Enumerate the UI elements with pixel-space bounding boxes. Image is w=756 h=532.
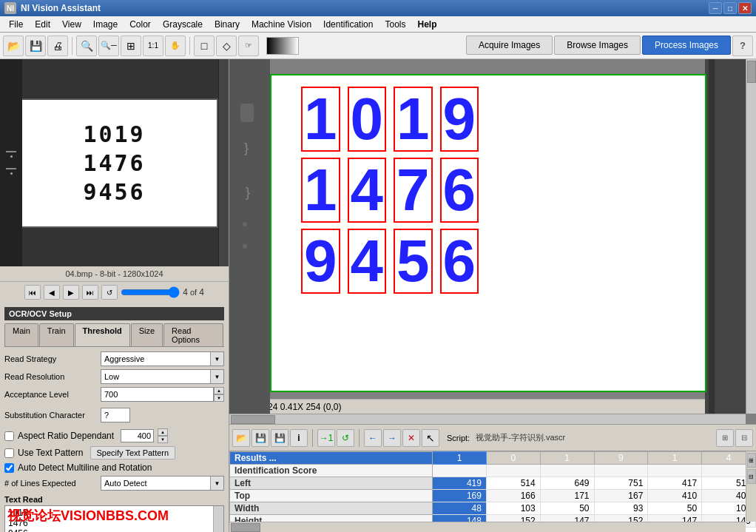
close-button[interactable]: ✕ xyxy=(738,2,752,14)
hand-button[interactable]: ☞ xyxy=(238,36,259,56)
script-saveas-button[interactable]: 💾 xyxy=(271,429,288,447)
lines-expected-label: # of Lines Expected xyxy=(4,479,101,488)
nav-loop-button[interactable]: ↺ xyxy=(101,285,118,300)
script-extra-2[interactable]: ⊟ xyxy=(735,429,753,447)
width-1: 48 xyxy=(433,502,487,515)
canvas-v-scroll-thumb[interactable] xyxy=(747,61,756,83)
tab-read-options[interactable]: Read Options xyxy=(163,323,223,346)
read-resolution-row: Read Resolution Low ▼ xyxy=(4,369,224,384)
read-resolution-select[interactable]: Low ▼ xyxy=(101,369,224,384)
ocr-title: OCR/OCV Setup xyxy=(4,307,224,320)
menu-help[interactable]: Help xyxy=(412,17,443,32)
menu-file[interactable]: File xyxy=(3,17,29,32)
top-3: 171 xyxy=(540,490,594,502)
tab-threshold[interactable]: Threshold xyxy=(75,323,130,346)
tab-main[interactable]: Main xyxy=(4,323,38,346)
canvas-v-scroll[interactable] xyxy=(746,59,756,414)
results-collapse-btn[interactable]: ⊞ xyxy=(747,453,756,468)
minimize-button[interactable]: ─ xyxy=(709,2,722,14)
specify-text-pattern-button[interactable]: Specify Text Pattern xyxy=(90,446,176,459)
pan-button[interactable]: ✋ xyxy=(165,36,186,56)
read-strategy-row: Read Strategy Aggressive ▼ xyxy=(4,351,224,366)
script-info-button[interactable]: i xyxy=(290,429,308,447)
aspect-ratio-down[interactable]: ▼ xyxy=(158,436,168,443)
save-button[interactable]: 💾 xyxy=(25,36,46,56)
results-h-scroll-thumb[interactable] xyxy=(231,523,260,532)
nav-first-button[interactable]: ⏮ xyxy=(24,285,41,300)
frame-slider[interactable] xyxy=(121,286,180,298)
acceptance-level-up[interactable]: ▲ xyxy=(214,387,224,394)
lines-expected-select[interactable]: Auto Detect ▼ xyxy=(101,476,224,491)
script-sep-2 xyxy=(359,429,360,447)
menu-machine-vision[interactable]: Machine Vision xyxy=(246,17,317,32)
use-text-pattern-checkbox[interactable] xyxy=(4,448,14,458)
id-score-2 xyxy=(486,465,540,477)
script-open-button[interactable]: 📂 xyxy=(232,429,250,447)
results-expand-btn[interactable]: ⊟ xyxy=(747,469,756,484)
image-info: 04.bmp - 8-bit - 1280x1024 xyxy=(0,266,229,282)
acceptance-level-row: Acceptance Level ▲ ▼ xyxy=(4,387,224,402)
zoom-1x-button[interactable]: 1:1 xyxy=(143,36,163,56)
read-strategy-arrow[interactable]: ▼ xyxy=(210,351,223,366)
read-strategy-select[interactable]: Aggressive ▼ xyxy=(101,351,224,366)
use-text-pattern-row: Use Text Pattern Specify Text Pattern xyxy=(4,446,224,459)
polygon-button[interactable]: ◇ xyxy=(216,36,237,56)
menu-tools[interactable]: Tools xyxy=(379,17,411,32)
canvas-status-bar: 1280x1024 0.41X 254 (0,0) xyxy=(229,399,746,414)
script-delete-button[interactable]: ✕ xyxy=(402,429,420,447)
aspect-ratio-up[interactable]: ▲ xyxy=(158,428,168,436)
script-extra-1[interactable]: ⊞ xyxy=(716,429,734,447)
results-h-scroll[interactable] xyxy=(229,522,746,532)
tab-train[interactable]: Train xyxy=(39,323,74,346)
script-save-button[interactable]: 💾 xyxy=(252,429,269,447)
menu-edit[interactable]: Edit xyxy=(29,17,56,32)
left-3: 649 xyxy=(540,477,594,490)
acceptance-level-down[interactable]: ▼ xyxy=(214,394,224,402)
substitution-char-input[interactable] xyxy=(101,408,130,422)
browse-button[interactable]: Browse Images xyxy=(554,36,641,55)
menu-color[interactable]: Color xyxy=(124,17,157,32)
nav-prev-button[interactable]: ◀ xyxy=(44,285,60,300)
print-button[interactable]: 🖨 xyxy=(47,36,68,56)
select-button[interactable]: □ xyxy=(194,36,215,56)
canvas-h-scroll-thumb[interactable] xyxy=(231,415,275,424)
canvas-h-scroll[interactable] xyxy=(229,414,746,424)
aspect-ratio-dependant-checkbox[interactable] xyxy=(4,431,14,441)
zoom-out-button[interactable]: 🔍─ xyxy=(98,36,119,56)
zoom-in-button[interactable]: 🔍 xyxy=(76,36,97,56)
top-4: 167 xyxy=(594,490,648,502)
tab-size[interactable]: Size xyxy=(131,323,163,346)
help-button[interactable]: ? xyxy=(732,36,753,56)
script-back-button[interactable]: ← xyxy=(364,429,382,447)
process-button[interactable]: Process Images xyxy=(642,36,731,55)
toolbar-sep-2 xyxy=(189,37,190,55)
acquire-button[interactable]: Acquire Images xyxy=(466,36,553,55)
menu-identification[interactable]: Identification xyxy=(317,17,379,32)
script-refresh-button[interactable]: ↺ xyxy=(337,429,354,447)
lines-expected-value: Auto Detect xyxy=(101,479,210,488)
aspect-ratio-value[interactable] xyxy=(121,429,154,442)
script-cursor-button[interactable]: ↖ xyxy=(422,429,439,447)
menu-grayscale[interactable]: Grayscale xyxy=(157,17,209,32)
menu-view[interactable]: View xyxy=(56,17,87,32)
nav-last-button[interactable]: ⏭ xyxy=(82,285,98,300)
menu-bar: File Edit View Image Color Grayscale Bin… xyxy=(0,16,756,33)
text-read-scrollbar[interactable] xyxy=(213,506,223,532)
menu-binary[interactable]: Binary xyxy=(209,17,246,32)
read-resolution-arrow[interactable]: ▼ xyxy=(210,369,223,384)
open-button[interactable]: 📂 xyxy=(3,36,24,56)
substitution-char-row: Substitution Character Aspect Ratio xyxy=(4,405,224,425)
lines-expected-arrow[interactable]: ▼ xyxy=(210,476,223,491)
acceptance-level-input[interactable] xyxy=(101,387,214,402)
script-forward-button[interactable]: → xyxy=(383,429,401,447)
acceptance-level-spin: ▲ ▼ xyxy=(214,387,224,402)
toolbar-sep-1 xyxy=(72,37,72,55)
auto-detect-checkbox[interactable] xyxy=(4,463,14,473)
maximize-button[interactable]: □ xyxy=(723,2,737,14)
zoom-fit-button[interactable]: ⊞ xyxy=(121,36,141,56)
id-score-label: Identification Score xyxy=(230,465,433,477)
aspect-ratio-dependant-label: Aspect Ratio Dependant xyxy=(18,431,114,441)
script-run-button[interactable]: →1 xyxy=(317,429,335,447)
menu-image[interactable]: Image xyxy=(87,17,124,32)
nav-next-button[interactable]: ▶ xyxy=(63,285,79,300)
